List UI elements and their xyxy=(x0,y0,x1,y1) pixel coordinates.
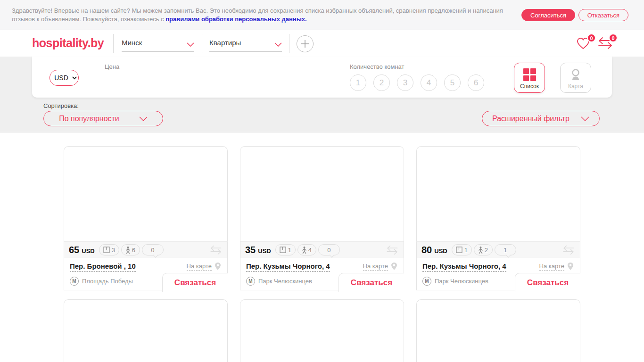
filter-zone: USD Цена Количество комнат 1 2 3 4 5 6 С… xyxy=(0,57,644,132)
listing-card[interactable]: 35 USD 1 4 0 xyxy=(240,146,404,290)
on-map-label: На карте xyxy=(539,263,564,271)
map-pin-icon xyxy=(570,69,581,81)
rooms-badge: 1 xyxy=(275,244,296,255)
on-map-link[interactable]: На карте xyxy=(187,262,222,271)
person-icon xyxy=(479,247,483,254)
decline-cookies-button[interactable]: Отказаться xyxy=(578,9,628,21)
listing-photo[interactable] xyxy=(416,299,580,362)
room-count-5[interactable]: 5 xyxy=(444,74,461,91)
chevron-down-icon xyxy=(274,42,282,47)
rooms-label: Количество комнат xyxy=(350,63,405,70)
reviews-count: 0 xyxy=(327,247,330,254)
room-count-4[interactable]: 4 xyxy=(421,74,437,91)
reviews-count: 1 xyxy=(504,247,507,254)
on-map-label: На карте xyxy=(363,263,388,271)
listing-address-link[interactable]: Пер. Кузьмы Чорного, 4 xyxy=(422,262,506,272)
map-pin-icon xyxy=(567,262,574,271)
city-selector[interactable]: Минск xyxy=(122,38,194,52)
chevron-down-icon xyxy=(581,116,589,121)
divider xyxy=(113,34,114,53)
swap-arrows-icon[interactable] xyxy=(562,245,575,255)
contact-button[interactable]: Связаться xyxy=(162,273,228,292)
grid-icon xyxy=(523,68,536,81)
plus-icon xyxy=(301,40,309,48)
cookie-message: Здравствуйте! Впервые на нашем сайте? Мы… xyxy=(12,7,504,24)
compare-count-badge: 0 xyxy=(609,33,618,42)
cookie-banner: Здравствуйте! Впервые на нашем сайте? Мы… xyxy=(0,0,644,30)
contact-button[interactable]: Связаться xyxy=(515,273,580,292)
map-pin-icon xyxy=(214,262,222,271)
listing-photo[interactable] xyxy=(240,299,404,362)
chevron-down-icon xyxy=(187,42,194,47)
floorplan-icon xyxy=(280,247,286,253)
guests-badge: 2 xyxy=(474,244,493,255)
listing-photo[interactable] xyxy=(416,146,580,242)
rooms-count: 1 xyxy=(288,247,291,254)
swap-arrows-icon[interactable] xyxy=(209,245,223,255)
rooms-badge: 3 xyxy=(99,244,119,255)
listing-card[interactable] xyxy=(240,299,404,362)
divider xyxy=(203,34,203,53)
room-count-1[interactable]: 1 xyxy=(350,74,366,91)
favorites-count-badge: 0 xyxy=(587,33,596,42)
on-map-link[interactable]: На карте xyxy=(363,262,398,271)
guests-badge: 4 xyxy=(297,244,316,255)
price-bar: 80 USD 1 2 1 xyxy=(416,242,580,258)
metro-station: Площадь Победы xyxy=(82,278,133,285)
price-currency: USD xyxy=(434,247,447,255)
swap-arrows-icon[interactable] xyxy=(386,245,399,255)
view-list-button[interactable]: Список xyxy=(514,63,545,93)
add-listing-button[interactable] xyxy=(297,35,314,52)
price-bar: 65 USD 3 6 0 xyxy=(64,242,228,258)
advanced-filter-label: Расширенный фильтр xyxy=(492,115,570,123)
sort-label: Сортировка: xyxy=(43,102,79,109)
property-type-selector[interactable]: Квартиры xyxy=(209,38,282,52)
listing-photo[interactable] xyxy=(64,146,228,242)
reviews-count: 0 xyxy=(151,247,154,254)
metro-m-icon: М xyxy=(422,277,431,286)
listing-card[interactable] xyxy=(416,299,580,362)
view-map-button[interactable]: Карта xyxy=(560,63,591,93)
sort-select[interactable]: По популярности xyxy=(43,111,163,126)
person-icon xyxy=(302,247,306,254)
accept-cookies-button[interactable]: Согласиться xyxy=(521,9,575,21)
listing-card[interactable]: 80 USD 1 2 1 xyxy=(416,146,580,290)
reviews-badge: 0 xyxy=(318,244,340,255)
listing-details: Пер. Кузьмы Чорного, 4 На карте М Парк Ч… xyxy=(416,258,580,290)
listing-details: Пер. Кузьмы Чорного, 4 На карте М Парк Ч… xyxy=(240,258,404,290)
price-value: 80 xyxy=(421,245,432,255)
listing-photo[interactable] xyxy=(240,146,404,242)
compare-button[interactable]: 0 xyxy=(598,37,614,53)
room-count-6[interactable]: 6 xyxy=(468,74,484,91)
contact-button[interactable]: Связаться xyxy=(339,273,404,292)
currency-select[interactable]: USD xyxy=(50,70,79,86)
personal-data-policy-link[interactable]: правилами обработки персональных данных. xyxy=(165,16,306,23)
guests-count: 6 xyxy=(132,247,135,254)
metro-station: Парк Челюскинцев xyxy=(435,278,488,285)
guests-count: 4 xyxy=(308,247,312,254)
metro-m-icon: М xyxy=(70,277,79,286)
floorplan-icon xyxy=(103,247,110,253)
favorites-button[interactable]: 0 xyxy=(576,37,592,53)
site-logo[interactable]: hospitality.by xyxy=(32,36,104,50)
price-currency: USD xyxy=(258,247,271,255)
listing-card[interactable] xyxy=(64,299,228,362)
listing-stats: 3 6 0 xyxy=(99,244,164,255)
price-bar: 35 USD 1 4 0 xyxy=(240,242,404,258)
divider xyxy=(289,34,289,53)
reviews-badge: 0 xyxy=(142,244,164,255)
city-selector-value: Минск xyxy=(122,38,142,47)
listing-address-link[interactable]: Пер. Кузьмы Чорного, 4 xyxy=(246,262,330,272)
listing-photo[interactable] xyxy=(64,299,228,362)
advanced-filter-button[interactable]: Расширенный фильтр xyxy=(482,111,600,126)
on-map-link[interactable]: На карте xyxy=(539,262,574,271)
room-count-2[interactable]: 2 xyxy=(373,74,390,91)
listing-card[interactable]: 65 USD 3 6 0 xyxy=(64,146,228,290)
room-count-3[interactable]: 3 xyxy=(397,74,413,91)
chevron-down-icon xyxy=(139,116,148,121)
rooms-count: 1 xyxy=(464,247,468,254)
view-list-label: Список xyxy=(520,83,539,90)
view-map-label: Карта xyxy=(568,83,583,90)
listing-address-link[interactable]: Пер. Броневой , 10 xyxy=(70,262,136,272)
person-icon xyxy=(126,247,130,254)
